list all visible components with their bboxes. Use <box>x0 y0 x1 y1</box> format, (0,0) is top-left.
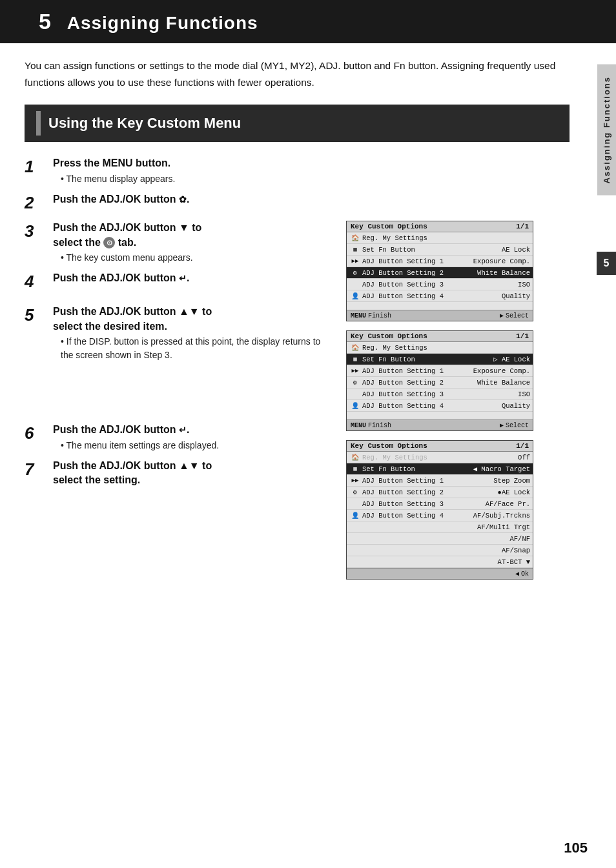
screen2-label-6: ADJ Button Setting 4 <box>361 402 502 410</box>
screen3-row-3: ▶▶ ADJ Button Setting 1 Step Zoom <box>347 475 533 487</box>
screen3-val-8: AF/NF <box>509 535 530 543</box>
screen1-body: 🏠 Reg. My Settings ▦ Set Fn Button AE Lo… <box>347 232 533 310</box>
screen2-row-1: 🏠 Reg. My Settings <box>347 342 533 354</box>
step-6-note: The menu item settings are displayed. <box>61 439 334 452</box>
screen1-row-4: ⚙ ADJ Button Setting 2 White Balance <box>347 267 533 279</box>
screen1-titlebar: Key Custom Options 1/1 <box>347 221 533 232</box>
intro-text: You can assign functions or settings to … <box>25 57 570 90</box>
steps-with-screens: 3 Push the ADJ./OK button ▼ toselect the… <box>25 221 570 580</box>
screen2-icon-person: 👤 <box>349 402 361 410</box>
screen3-label-2: Set Fn Button <box>361 465 473 473</box>
step-7-content: Push the ADJ./OK button ▲▼ toselect the … <box>53 459 334 489</box>
screen2-spacer <box>347 412 533 419</box>
steps-left: 3 Push the ADJ./OK button ▼ toselect the… <box>25 221 334 580</box>
screen3-row-7: AF/Multi Trgt <box>347 521 533 533</box>
camera-screen-1: Key Custom Options 1/1 🏠 Reg. My Setting… <box>346 221 533 321</box>
steps-right: Key Custom Options 1/1 🏠 Reg. My Setting… <box>346 221 533 580</box>
screen2-label-3: ADJ Button Setting 1 <box>361 367 473 375</box>
screen1-row-5: ADJ Button Setting 3 ISO <box>347 279 533 290</box>
step-7-row: 7 Push the ADJ./OK button ▲▼ toselect th… <box>25 459 334 489</box>
screen1-val-2: AE Lock <box>502 246 530 254</box>
screen2-label-4: ADJ Button Setting 2 <box>361 379 477 387</box>
screen2-icon-house: 🏠 <box>349 344 361 352</box>
section-title: Using the Key Custom Menu <box>48 115 241 132</box>
screen3-body: 🏠 Reg. My Settings Off ▦ Set Fn Button ◀… <box>347 452 533 568</box>
side-chapter-label: Assigning Functions <box>597 65 616 196</box>
step-3-number: 3 <box>25 221 53 241</box>
screen3-label-4: ADJ Button Setting 2 <box>361 489 498 496</box>
step-5-content: Push the ADJ./OK button ▲▼ toselect the … <box>53 305 334 362</box>
step-5-title: Push the ADJ./OK button ▲▼ toselect the … <box>53 305 334 334</box>
step-3-row: 3 Push the ADJ./OK button ▼ toselect the… <box>25 221 334 265</box>
screen3-val-7: AF/Multi Trgt <box>477 523 530 531</box>
screen1-label-4: ADJ Button Setting 2 <box>361 269 477 277</box>
screen3-icon-arr: ▶▶ <box>349 477 361 484</box>
screen1-spacer <box>347 302 533 310</box>
screen3-row-6: 👤 ADJ Button Setting 4 AF/Subj.Trckns <box>347 510 533 521</box>
screen2-label-1: Reg. My Settings <box>361 344 530 352</box>
screen1-val-4: White Balance <box>477 269 530 277</box>
screen1-footer-left: MENU Finish <box>351 312 391 319</box>
screen3-val-4: ●AE Lock <box>498 489 530 496</box>
screen3-icon-house: 🏠 <box>349 454 361 461</box>
camera-screen-2: Key Custom Options 1/1 🏠 Reg. My Setting… <box>346 330 533 431</box>
step-1-content: Press the MENU button. The menu display … <box>53 156 570 185</box>
step-6-content: Push the ADJ./OK button ↵. The menu item… <box>53 423 334 452</box>
screen2-val-4: White Balance <box>477 379 530 387</box>
screen2-footer: MENU Finish ▶ Select <box>347 419 533 430</box>
screen2-row-5: ADJ Button Setting 3 ISO <box>347 389 533 400</box>
screen1-row-3: ▶▶ ADJ Button Setting 1 Exposure Comp. <box>347 256 533 267</box>
chapter-num-side-text: 5 <box>604 257 610 269</box>
page-number: 105 <box>564 840 588 856</box>
step-1-title: Press the MENU button. <box>53 156 570 170</box>
screen3-label-6: ADJ Button Setting 4 <box>361 512 473 520</box>
step-5-number: 5 <box>25 305 53 325</box>
screen2-row-6: 👤 ADJ Button Setting 4 Quality <box>347 400 533 412</box>
step-5-row: 5 Push the ADJ./OK button ▲▼ toselect th… <box>25 305 334 362</box>
screen3-title: Key Custom Options <box>351 442 427 450</box>
screen3-page: 1/1 <box>516 442 529 450</box>
step-2-row: 2 Push the ADJ./OK button ✿. <box>25 192 570 212</box>
step-4-content: Push the ADJ./OK button ↵. <box>53 271 334 287</box>
screen1-icon-house: 🏠 <box>349 234 361 242</box>
screen3-val-2: ◀ Macro Target <box>473 465 530 473</box>
screen1-label-3: ADJ Button Setting 1 <box>361 257 473 265</box>
screen2-val-2: ▷ AE Lock <box>493 355 530 363</box>
screen2-icon-gear: ⚙ <box>349 379 361 387</box>
screen1-page: 1/1 <box>516 223 529 230</box>
step-4-row: 4 Push the ADJ./OK button ↵. <box>25 271 334 291</box>
screen1-row-2: ▦ Set Fn Button AE Lock <box>347 244 533 256</box>
screen3-val-6: AF/Subj.Trckns <box>473 512 530 520</box>
chapter-header: 5 Assigning Functions <box>0 0 616 43</box>
screen2-icon-grid: ▦ <box>349 356 361 363</box>
screen3-row-1: 🏠 Reg. My Settings Off <box>347 452 533 463</box>
screen1-row-6: 👤 ADJ Button Setting 4 Quality <box>347 290 533 302</box>
step-6-row: 6 Push the ADJ./OK button ↵. The menu it… <box>25 423 334 452</box>
screen2-label-2: Set Fn Button <box>361 356 493 363</box>
screen1-val-6: Quality <box>502 292 530 300</box>
steps-area: 1 Press the MENU button. The menu displa… <box>25 156 570 580</box>
screen2-page: 1/1 <box>516 332 529 340</box>
screen3-val-3: Step Zoom <box>493 477 530 485</box>
chapter-title: Assigning Functions <box>67 13 258 33</box>
chapter-number: 5 <box>39 9 52 34</box>
camera-screen-3: Key Custom Options 1/1 🏠 Reg. My Setting… <box>346 440 533 580</box>
screen1-footer: MENU Finish ▶ Select <box>347 310 533 321</box>
step-2-content: Push the ADJ./OK button ✿. <box>53 192 570 208</box>
screen3-val-9: AF/Snap <box>502 547 530 554</box>
screen2-footer-right: ▶ Select <box>500 421 529 429</box>
step-7-title: Push the ADJ./OK button ▲▼ toselect the … <box>53 459 334 488</box>
screen3-val-5: AF/Face Pr. <box>486 500 530 508</box>
screen1-icon-gear: ⚙ <box>349 269 361 277</box>
screen1-row-1: 🏠 Reg. My Settings <box>347 232 533 244</box>
screen1-icon-grid: ▦ <box>349 246 361 253</box>
screen3-footer: ◀ Ok <box>347 568 533 579</box>
screen1-label-6: ADJ Button Setting 4 <box>361 292 502 300</box>
screen2-row-2: ▦ Set Fn Button ▷ AE Lock <box>347 354 533 365</box>
screen3-label-5: ADJ Button Setting 3 <box>361 500 486 508</box>
screen1-title: Key Custom Options <box>351 223 427 230</box>
screen3-row-10: AT-BCT ▼ <box>347 556 533 568</box>
screen1-footer-right: ▶ Select <box>500 312 529 319</box>
step-5-note: If the DISP. button is pressed at this p… <box>61 335 334 362</box>
screen1-icon-arr: ▶▶ <box>349 257 361 265</box>
